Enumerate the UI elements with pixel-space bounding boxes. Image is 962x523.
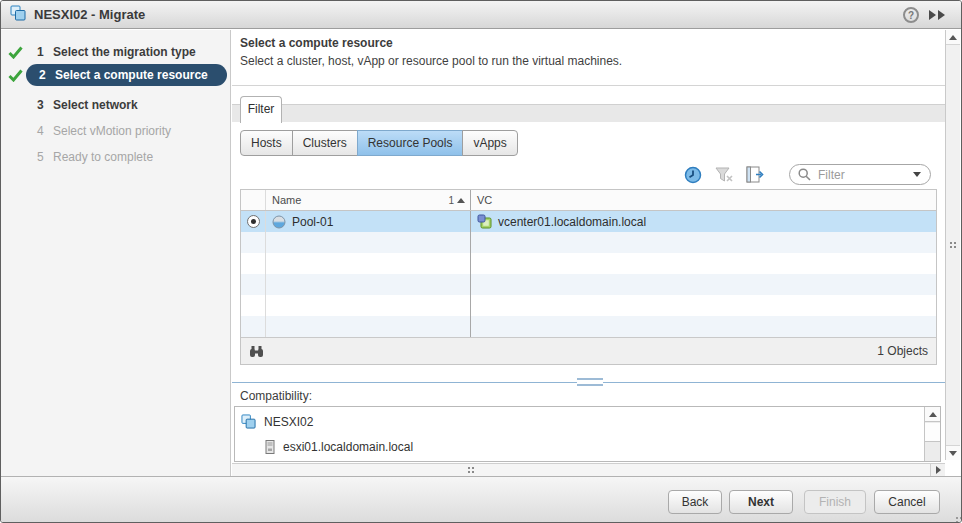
table-row-pool-01[interactable]: Pool-01 vcenter01.localdomain.local <box>241 211 936 232</box>
compatibility-panel: NESXI02 esxi01.localdomain.local <box>234 406 941 462</box>
vc-column-header[interactable]: VC <box>471 190 936 210</box>
current-step-highlight: 2 Select a compute resource <box>26 64 227 86</box>
splitter-grip[interactable] <box>577 378 603 386</box>
empty-table-row <box>241 274 936 295</box>
check-icon <box>8 69 26 82</box>
empty-table-row <box>241 316 936 337</box>
compatibility-label: Compatibility: <box>240 389 312 403</box>
compatibility-vm-row: NESXI02 <box>241 414 313 429</box>
step-select-migration-type[interactable]: 1 Select the migration type <box>1 41 230 63</box>
vertical-scrollbar[interactable] <box>945 30 960 460</box>
compatibility-scrollbar[interactable] <box>924 407 940 461</box>
sort-indicator: 1 <box>448 195 465 206</box>
object-count: 1 Objects <box>877 344 928 358</box>
vcenter-server-icon <box>477 214 492 229</box>
step-select-vmotion-priority: 4 Select vMotion priority <box>1 120 230 142</box>
compatibility-host-row: esxi01.localdomain.local <box>265 440 413 454</box>
scrollbar-thumb[interactable] <box>925 423 940 442</box>
host-icon <box>265 440 275 454</box>
tab-strip <box>232 104 945 122</box>
tab-resource-pools[interactable]: Resource Pools <box>357 130 464 156</box>
name-column-header[interactable]: Name 1 <box>266 190 471 210</box>
resource-pool-icon <box>272 215 286 229</box>
step-select-network[interactable]: 3 Select network <box>1 94 230 116</box>
scrollbar-grip[interactable] <box>468 467 470 469</box>
table-header-row: Name 1 VC <box>241 190 936 211</box>
empty-table-row <box>241 253 936 274</box>
back-button[interactable]: Back <box>668 490 722 514</box>
scroll-right-icon[interactable] <box>930 464 945 476</box>
tab-clusters[interactable]: Clusters <box>292 130 358 156</box>
manage-columns-icon[interactable] <box>746 166 764 184</box>
page-title: Select a compute resource <box>240 36 393 50</box>
dialog-footer: Back Next Finish Cancel <box>1 476 961 522</box>
migrate-vm-icon <box>10 5 26 25</box>
filter-search-input[interactable] <box>816 167 913 183</box>
sort-asc-icon <box>457 198 465 203</box>
main-content: Select a compute resource Select a clust… <box>232 30 945 476</box>
help-icon[interactable]: ? <box>903 7 919 23</box>
empty-table-row <box>241 295 936 316</box>
filter-search-box[interactable] <box>789 164 931 185</box>
resource-type-buttons: Hosts Clusters Resource Pools vApps <box>240 130 518 156</box>
radio-column-header <box>241 190 266 210</box>
scroll-down-icon[interactable] <box>946 445 960 460</box>
horizontal-scrollbar[interactable] <box>232 463 945 476</box>
tab-vapps[interactable]: vApps <box>462 130 517 156</box>
find-binoculars-icon[interactable] <box>249 345 264 358</box>
tab-hosts[interactable]: Hosts <box>240 130 293 156</box>
cancel-button[interactable]: Cancel <box>874 490 940 514</box>
empty-table-row <box>241 232 936 253</box>
scrollbar-grip[interactable] <box>950 242 952 244</box>
migrate-vm-icon <box>241 414 256 429</box>
page-subtitle: Select a cluster, host, vApp or resource… <box>240 54 622 68</box>
next-button[interactable]: Next <box>729 490 793 514</box>
table-footer: 1 Objects <box>241 337 936 364</box>
tab-filter[interactable]: Filter <box>240 96 282 123</box>
search-icon <box>798 168 811 181</box>
migrate-wizard-dialog: NESXI02 - Migrate ? 1 Select the migrati… <box>0 0 962 523</box>
clear-filter-icon <box>715 167 733 185</box>
scroll-up-icon[interactable] <box>946 30 960 45</box>
resource-pool-table: Name 1 VC <box>240 189 937 365</box>
step-select-compute-resource[interactable]: 2 Select a compute resource <box>1 64 230 86</box>
wizard-steps-sidebar: 1 Select the migration type 2 Select a c… <box>1 30 231 476</box>
finish-button: Finish <box>804 490 866 514</box>
scroll-up-icon[interactable] <box>925 407 940 422</box>
window-title: NESXI02 - Migrate <box>34 7 145 22</box>
resize-grip-icon[interactable] <box>956 517 958 519</box>
step-ready-to-complete: 5 Ready to complete <box>1 146 230 168</box>
collapse-wizard-icon[interactable] <box>929 10 947 20</box>
title-bar: NESXI02 - Migrate ? <box>1 1 961 29</box>
check-icon <box>8 46 26 59</box>
radio-selected[interactable] <box>247 215 260 228</box>
chevron-down-icon[interactable] <box>913 172 921 177</box>
recent-objects-clock-icon[interactable] <box>684 166 702 184</box>
